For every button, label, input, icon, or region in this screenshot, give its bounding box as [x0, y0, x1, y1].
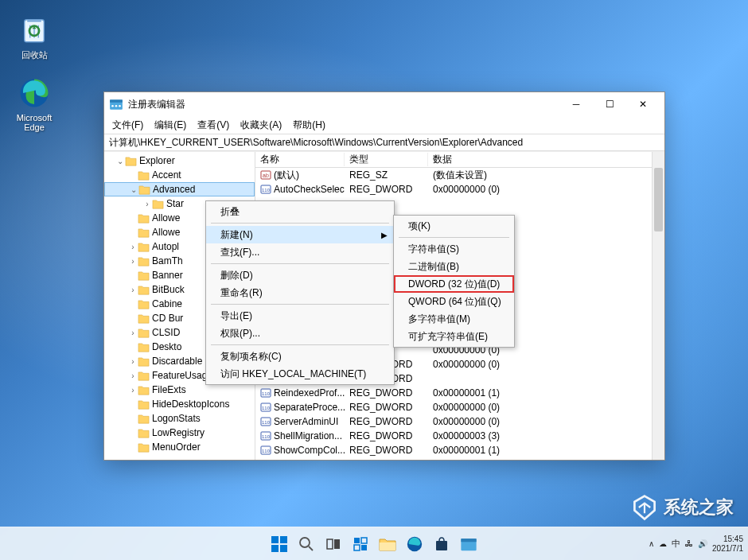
menu-item[interactable]: DWORD (32 位)值(D)	[394, 275, 514, 293]
menu-item[interactable]: 访问 HKEY_LOCAL_MACHINE(T)	[206, 365, 394, 383]
menu-view[interactable]: 查看(V)	[193, 117, 234, 134]
col-header-type[interactable]: 类型	[345, 153, 428, 166]
svg-point-36	[300, 538, 310, 547]
expander-icon[interactable]: ›	[128, 257, 138, 266]
menu-item[interactable]: QWORD (64 位)值(Q)	[394, 293, 514, 310]
expander-icon[interactable]: ⌄	[115, 157, 125, 165]
menu-item[interactable]: 复制项名称(C)	[206, 348, 394, 365]
system-tray[interactable]: ∧ ☁ 中 🖧 🔊 15:45 2021/7/1	[649, 535, 743, 554]
menu-file[interactable]: 文件(F)	[107, 117, 148, 134]
tray-ime-icon[interactable]: 中	[672, 538, 680, 550]
recycle-bin-icon	[18, 13, 51, 46]
value-data: 0x00000000 (0)	[428, 359, 664, 370]
expander-icon[interactable]: ›	[128, 243, 138, 251]
menu-item[interactable]: 导出(E)	[206, 307, 394, 325]
store-icon[interactable]	[430, 533, 453, 555]
widgets-icon[interactable]	[349, 533, 372, 555]
folder-icon	[138, 256, 150, 266]
regedit-taskbar-icon[interactable]	[458, 533, 480, 555]
menu-item[interactable]: 二进制值(B)	[394, 258, 514, 275]
minimize-button[interactable]: ─	[559, 93, 593, 115]
tray-volume-icon[interactable]: 🔊	[698, 539, 707, 548]
list-row[interactable]: 110ServerAdminUIREG_DWORD0x00000000 (0)	[255, 414, 664, 429]
desktop-icon-recycle-bin[interactable]: 回收站	[6, 13, 62, 61]
tree-item[interactable]: MenuOrder	[104, 440, 255, 454]
search-icon[interactable]	[295, 533, 318, 555]
list-row[interactable]: 110AutoCheckSelectREG_DWORD0x00000000 (0…	[255, 182, 664, 196]
menu-item-label: 导出(E)	[220, 309, 252, 323]
app-icon	[109, 97, 123, 111]
tray-onedrive-icon[interactable]: ☁	[659, 539, 667, 548]
close-button[interactable]: ✕	[626, 93, 660, 115]
list-header[interactable]: 名称 类型 数据	[255, 152, 664, 168]
titlebar[interactable]: 注册表编辑器 ─ ☐ ✕	[104, 92, 664, 116]
taskbar[interactable]: ∧ ☁ 中 🖧 🔊 15:45 2021/7/1	[0, 527, 748, 560]
menu-item-label: 多字符串值(M)	[408, 313, 470, 326]
col-header-data[interactable]: 数据	[428, 153, 664, 166]
tree-item[interactable]: Accent	[104, 168, 255, 182]
expander-icon[interactable]: ⌄	[129, 185, 138, 194]
list-row[interactable]: ab(默认)REG_SZ(数值未设置)	[255, 168, 664, 182]
tray-network-icon[interactable]: 🖧	[685, 539, 693, 548]
tree-item[interactable]: LowRegistry	[104, 426, 255, 440]
menu-edit[interactable]: 编辑(E)	[150, 117, 191, 134]
expander-icon[interactable]: ›	[128, 371, 138, 380]
start-button[interactable]	[268, 533, 290, 555]
tray-clock[interactable]: 15:45 2021/7/1	[712, 535, 743, 554]
folder-icon	[138, 270, 150, 281]
list-row[interactable]: 110SeparateProce...REG_DWORD0x00000000 (…	[255, 400, 664, 414]
tree-item[interactable]: ⌄Explorer	[104, 154, 255, 168]
menu-item[interactable]: 新建(N)▶	[206, 226, 394, 243]
menu-item[interactable]: 删除(D)	[206, 266, 394, 284]
menu-item-label: 可扩充字符串值(E)	[408, 330, 488, 344]
expander-icon[interactable]: ›	[128, 357, 138, 366]
explorer-icon[interactable]	[376, 533, 399, 555]
tree-item[interactable]: HideDesktopIcons	[104, 397, 255, 411]
tree-label: Explorer	[139, 155, 175, 166]
menu-help[interactable]: 帮助(H)	[288, 117, 330, 134]
watermark: 系统之家	[630, 493, 734, 522]
maximize-button[interactable]: ☐	[593, 93, 626, 115]
address-bar[interactable]: 计算机\HKEY_CURRENT_USER\Software\Microsoft…	[104, 134, 664, 151]
folder-icon	[138, 356, 150, 367]
menu-item[interactable]: 项(K)	[394, 217, 514, 235]
task-view-icon[interactable]	[322, 533, 345, 555]
tree-item[interactable]: LogonStats	[104, 411, 255, 426]
menu-item[interactable]: 多字符串值(M)	[394, 310, 514, 328]
svg-text:110: 110	[262, 449, 271, 453]
menu-item[interactable]: 折叠	[206, 203, 394, 220]
list-row[interactable]: 110ShowCompCol...REG_DWORD0x00000001 (1)	[255, 443, 664, 457]
svg-rect-38	[327, 539, 333, 549]
desktop-icon-edge[interactable]: Microsoft Edge	[6, 76, 62, 132]
scrollbar-vertical[interactable]	[652, 152, 664, 460]
tree-label: Discardable	[152, 356, 202, 367]
menu-item[interactable]: 查找(F)...	[206, 243, 394, 261]
menu-item-label: 二进制值(B)	[408, 260, 459, 274]
menu-item[interactable]: 可扩充字符串值(E)	[394, 328, 514, 345]
tree-label: BitBuck	[152, 284, 185, 295]
list-row[interactable]: 110ReindexedProf...REG_DWORD0x00000001 (…	[255, 386, 664, 400]
svg-rect-42	[354, 545, 360, 550]
menu-item[interactable]: 权限(P)...	[206, 325, 394, 342]
expander-icon[interactable]: ›	[128, 329, 138, 337]
tree-label: Accent	[152, 169, 181, 181]
folder-icon	[125, 156, 137, 166]
expander-icon[interactable]: ›	[128, 386, 138, 395]
tree-label: FileExts	[152, 384, 186, 395]
edge-taskbar-icon[interactable]	[403, 533, 426, 555]
list-row[interactable]: 110ShellMigration...REG_DWORD0x00000003 …	[255, 429, 664, 443]
expander-icon[interactable]: ›	[128, 286, 138, 294]
tray-chevron-icon[interactable]: ∧	[649, 539, 654, 548]
value-data: 0x00000000 (0)	[428, 184, 664, 195]
menu-favorites[interactable]: 收藏夹(A)	[236, 117, 286, 134]
folder-icon	[152, 199, 164, 209]
expander-icon[interactable]: ›	[142, 200, 152, 208]
tree-item[interactable]: ⌄Advanced	[104, 182, 255, 196]
menu-item[interactable]: 字符串值(S)	[394, 240, 514, 258]
value-data: 0x00000003 (3)	[428, 430, 664, 441]
col-header-name[interactable]: 名称	[255, 153, 345, 166]
scrollbar-thumb[interactable]	[654, 168, 663, 231]
menu-item-label: 字符串值(S)	[408, 243, 459, 256]
menu-item[interactable]: 重命名(R)	[206, 284, 394, 301]
context-menu-tree: 折叠新建(N)▶查找(F)...删除(D)重命名(R)导出(E)权限(P)...…	[205, 200, 395, 385]
